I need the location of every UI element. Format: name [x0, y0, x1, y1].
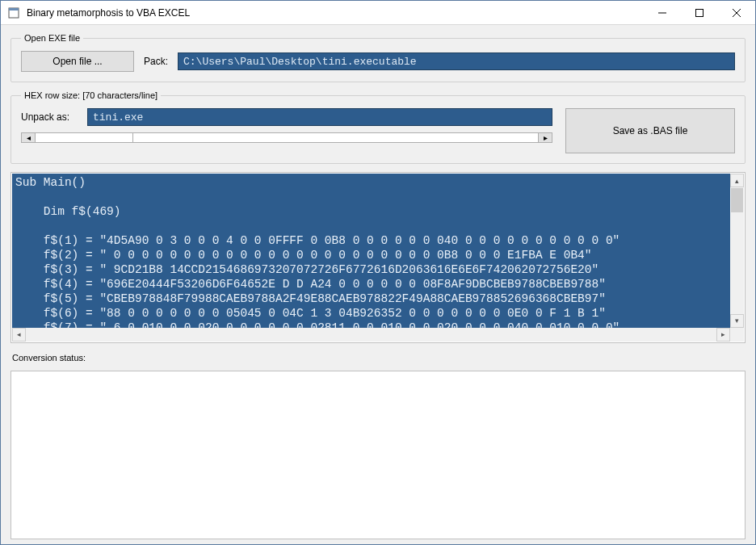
hex-row-legend: HEX row size: [70 characters/line]: [21, 90, 161, 100]
scroll-down-icon[interactable]: ▾: [730, 314, 744, 328]
open-exe-group: Open EXE file Open file ... Pack: C:\Use…: [10, 33, 746, 82]
close-button[interactable]: [718, 1, 755, 25]
app-icon: [7, 6, 20, 19]
open-exe-legend: Open EXE file: [21, 33, 83, 43]
scroll-up-icon[interactable]: ▴: [730, 174, 744, 187]
status-label: Conversion status:: [12, 353, 86, 363]
minimize-button[interactable]: [644, 1, 681, 25]
unpack-field[interactable]: tini.exe: [87, 108, 552, 126]
maximize-button[interactable]: [681, 1, 718, 25]
open-file-button[interactable]: Open file ...: [21, 51, 134, 72]
code-output-panel: Sub Main() Dim f$(469) f$(1) = "4D5A90 0…: [10, 172, 746, 343]
svg-rect-1: [9, 8, 19, 10]
hex-row-group: HEX row size: [70 characters/line] Unpac…: [10, 90, 746, 164]
scroll-track[interactable]: [730, 213, 744, 314]
hex-scroll-track-a[interactable]: [36, 132, 132, 143]
content-area: Open EXE file Open file ... Pack: C:\Use…: [1, 25, 755, 544]
scroll-left-icon[interactable]: ◂: [12, 328, 26, 342]
status-field: [10, 371, 746, 540]
unpack-label: Unpack as:: [21, 111, 78, 123]
pack-label: Pack:: [144, 56, 168, 67]
vertical-scrollbar[interactable]: ▴ ▾: [730, 174, 744, 328]
window-title: Binary metamorphosis to VBA EXCEL: [27, 7, 644, 19]
scroll-corner: [730, 328, 744, 342]
titlebar: Binary metamorphosis to VBA EXCEL: [1, 1, 755, 25]
hex-scroll-right-icon[interactable]: ▸: [538, 132, 552, 143]
save-bas-button[interactable]: Save as .BAS file: [565, 108, 735, 153]
hscroll-track[interactable]: [26, 328, 716, 342]
scroll-thumb[interactable]: [731, 188, 743, 212]
status-row: Conversion status:: [10, 351, 746, 363]
hex-scroll-left-icon[interactable]: ◂: [21, 132, 36, 143]
hex-scroll-track-b[interactable]: [132, 132, 538, 143]
pack-path-field[interactable]: C:\Users\Paul\Desktop\tini.executable: [178, 52, 735, 70]
app-window: Binary metamorphosis to VBA EXCEL Open E…: [0, 0, 756, 545]
svg-rect-3: [696, 9, 704, 16]
code-text[interactable]: Sub Main() Dim f$(469) f$(1) = "4D5A90 0…: [12, 174, 730, 328]
scroll-right-icon[interactable]: ▸: [716, 328, 730, 342]
horizontal-scrollbar[interactable]: ◂ ▸: [12, 328, 744, 342]
